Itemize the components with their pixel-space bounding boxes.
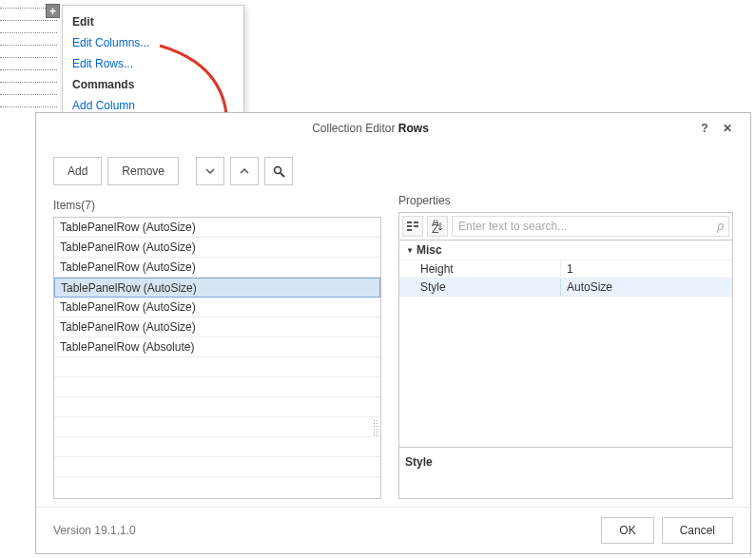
items-label: Items(7) xyxy=(53,199,381,212)
svg-rect-2 xyxy=(407,221,412,223)
version-label: Version 19.1.1.0 xyxy=(53,524,593,537)
dialog-title-bold: Rows xyxy=(398,122,429,135)
list-item[interactable]: TablePanelRow (AutoSize) xyxy=(54,298,380,317)
list-item[interactable]: TablePanelRow (AutoSize) xyxy=(54,258,380,278)
search-icon xyxy=(273,165,285,178)
search-placeholder: Enter text to search... xyxy=(458,220,567,233)
property-row[interactable]: Height1 xyxy=(399,260,732,279)
svg-rect-3 xyxy=(407,225,412,227)
property-value[interactable]: AutoSize xyxy=(561,279,732,296)
properties-label: Properties xyxy=(398,194,733,207)
list-item-empty xyxy=(54,457,380,477)
property-value[interactable]: 1 xyxy=(561,260,732,278)
ctx-section-commands: Commands xyxy=(63,74,243,95)
property-description: Style xyxy=(399,447,732,498)
categorized-button[interactable] xyxy=(402,216,423,237)
collection-editor-dialog: Collection Editor Rows ? ✕ Add Remove xyxy=(35,112,751,554)
close-button[interactable]: ✕ xyxy=(716,122,739,135)
property-name: Style xyxy=(399,279,561,296)
alphabetical-button[interactable]: AZ xyxy=(427,216,448,237)
ctx-section-edit: Edit xyxy=(63,11,243,32)
sort-az-icon: AZ xyxy=(431,220,444,233)
svg-rect-6 xyxy=(414,225,418,227)
svg-text:Z: Z xyxy=(432,222,438,233)
list-item-empty xyxy=(54,397,380,417)
remove-button[interactable]: Remove xyxy=(107,157,179,185)
dialog-title-prefix: Collection Editor xyxy=(312,122,395,135)
ctx-edit-rows[interactable]: Edit Rows... xyxy=(63,53,243,74)
property-category[interactable]: ▾ Misc xyxy=(399,241,732,260)
list-item[interactable]: TablePanelRow (AutoSize) xyxy=(54,218,380,238)
dialog-footer: Version 19.1.1.0 OK Cancel xyxy=(36,507,750,553)
svg-rect-4 xyxy=(407,229,412,231)
smart-tag-button[interactable]: + xyxy=(46,4,60,18)
add-button[interactable]: Add xyxy=(53,157,102,185)
list-item[interactable]: TablePanelRow (AutoSize) xyxy=(54,317,380,337)
dialog-titlebar: Collection Editor Rows ? ✕ xyxy=(36,113,750,144)
svg-point-0 xyxy=(274,166,281,173)
list-item[interactable]: TablePanelRow (AutoSize) xyxy=(54,238,380,258)
ok-button[interactable]: OK xyxy=(601,517,653,544)
dialog-title: Collection Editor Rows xyxy=(48,122,693,135)
ctx-edit-columns[interactable]: Edit Columns... xyxy=(63,32,243,53)
design-surface xyxy=(0,8,57,119)
property-grid[interactable]: ▾ Misc Height1StyleAutoSize Style xyxy=(398,240,733,499)
svg-rect-5 xyxy=(414,221,418,223)
list-item-empty xyxy=(54,357,380,377)
property-desc-title: Style xyxy=(405,455,727,469)
move-down-button[interactable] xyxy=(196,157,224,185)
chevron-up-icon xyxy=(239,165,250,177)
svg-line-1 xyxy=(281,173,284,177)
list-item-empty xyxy=(54,437,380,457)
list-item[interactable]: TablePanelRow (Absolute) xyxy=(54,337,380,357)
property-toolbar: AZ Enter text to search... ρ xyxy=(398,212,733,240)
splitter-handle[interactable] xyxy=(373,419,378,436)
property-search-input[interactable]: Enter text to search... ρ xyxy=(452,216,729,237)
move-up-button[interactable] xyxy=(230,157,259,185)
cancel-button[interactable]: Cancel xyxy=(662,517,733,544)
list-item[interactable]: TablePanelRow (AutoSize) xyxy=(54,278,380,298)
search-button[interactable] xyxy=(264,157,293,185)
list-item-empty xyxy=(54,417,380,437)
categorized-icon xyxy=(406,220,419,233)
property-name: Height xyxy=(399,260,561,278)
collapse-icon[interactable]: ▾ xyxy=(403,243,417,257)
category-label: Misc xyxy=(417,243,442,257)
list-item-empty xyxy=(54,377,380,397)
items-toolbar: Add Remove xyxy=(53,157,381,185)
items-list[interactable]: TablePanelRow (AutoSize)TablePanelRow (A… xyxy=(53,217,381,499)
help-button[interactable]: ? xyxy=(693,122,716,135)
search-icon-small: ρ xyxy=(717,220,724,233)
property-row[interactable]: StyleAutoSize xyxy=(399,279,732,297)
chevron-down-icon xyxy=(204,165,216,177)
